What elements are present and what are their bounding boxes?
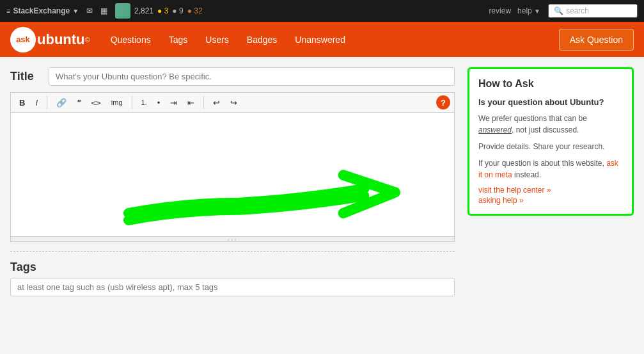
- image-button[interactable]: img: [107, 96, 127, 109]
- se-logo-text: StackExchange: [13, 6, 70, 15]
- tags-input[interactable]: [10, 278, 455, 296]
- logo-name: ubuntu: [37, 31, 85, 48]
- link-button[interactable]: 🔗: [52, 96, 71, 109]
- site-logo[interactable]: ask ubuntu ©: [10, 27, 90, 52]
- sidebar-question: Is your question about Ubuntu?: [478, 96, 623, 109]
- silver-badge: ● 9: [172, 6, 183, 15]
- title-input[interactable]: [49, 67, 455, 86]
- toolbar-separator-2: [132, 96, 132, 109]
- review-link[interactable]: review: [489, 6, 511, 15]
- topbar: ≡ StackExchange ▼ ✉ ▦ 2,821 ● 3 ● 9 ● 32…: [0, 0, 644, 22]
- blockquote-button[interactable]: ": [72, 96, 85, 109]
- editor-toolbar: B I 🔗 " <> img 1. • ⇥ ⇤ ↩ ↪ ?: [10, 92, 455, 112]
- toolbar-separator-1: [47, 96, 47, 109]
- stackexchange-logo[interactable]: ≡ StackExchange ▼: [6, 6, 79, 15]
- green-arrow-annotation: [11, 113, 454, 237]
- ask-question-button[interactable]: Ask Question: [559, 29, 634, 51]
- para1-italic: answered: [478, 125, 512, 134]
- sidebar-para2: Provide details. Share your research.: [478, 141, 623, 152]
- italic-button[interactable]: I: [31, 96, 42, 109]
- sidebar-para1: We prefer questions that can be answered…: [478, 113, 623, 136]
- search-box[interactable]: 🔍 search: [548, 4, 638, 18]
- how-to-ask-box: How to Ask Is your question about Ubuntu…: [467, 67, 634, 216]
- text-format-group: B I: [15, 96, 42, 109]
- site-header: ask ubuntu © Questions Tags Users Badges…: [0, 22, 644, 57]
- inbox-icon[interactable]: ✉: [86, 6, 93, 15]
- form-area: Title B I 🔗 " <> img 1. • ⇥ ⇤: [10, 67, 455, 296]
- gold-badge: ● 3: [157, 6, 168, 15]
- nav-badges[interactable]: Badges: [239, 31, 285, 49]
- list-group: 1. • ⇥ ⇤: [137, 96, 200, 109]
- ol-button[interactable]: 1.: [137, 96, 152, 109]
- search-placeholder: search: [566, 6, 589, 15]
- dashed-separator: [10, 251, 455, 252]
- tags-section: Tags: [10, 261, 455, 296]
- editor-resize-handle[interactable]: [10, 237, 455, 242]
- achievements-icon[interactable]: ▦: [100, 6, 107, 15]
- sidebar: How to Ask Is your question about Ubuntu…: [467, 67, 634, 296]
- editor-help-button[interactable]: ?: [436, 95, 450, 109]
- how-to-ask-title: How to Ask: [478, 78, 623, 90]
- nav-questions[interactable]: Questions: [103, 31, 159, 49]
- main-container: Title B I 🔗 " <> img 1. • ⇥ ⇤: [0, 67, 644, 296]
- bold-button[interactable]: B: [15, 96, 29, 109]
- indent-button[interactable]: ⇥: [166, 96, 182, 109]
- redo-button[interactable]: ↪: [226, 96, 242, 109]
- help-center-link[interactable]: visit the help center »: [478, 186, 623, 195]
- logo-circle: ask: [10, 27, 36, 52]
- title-row: Title: [10, 67, 455, 86]
- asking-help-link[interactable]: asking help »: [478, 196, 623, 205]
- outdent-button[interactable]: ⇤: [183, 96, 199, 109]
- topbar-nav: review help ▼: [489, 6, 540, 15]
- history-group: ↩ ↪: [208, 96, 242, 109]
- link-format-group: 🔗 " <> img: [52, 96, 127, 109]
- user-rep: 2,821: [134, 6, 153, 15]
- toolbar-separator-3: [203, 96, 204, 109]
- ul-button[interactable]: •: [153, 96, 165, 109]
- bronze-badge: ● 32: [187, 6, 203, 15]
- help-link[interactable]: help ▼: [517, 6, 540, 15]
- site-nav: Questions Tags Users Badges Unanswered: [103, 31, 559, 49]
- user-info: 2,821 ● 3 ● 9 ● 32: [115, 3, 203, 19]
- undo-button[interactable]: ↩: [208, 96, 224, 109]
- title-label: Title: [10, 70, 42, 83]
- logo-super: ©: [85, 36, 90, 44]
- nav-tags[interactable]: Tags: [161, 31, 196, 49]
- nav-unanswered[interactable]: Unanswered: [287, 31, 353, 49]
- nav-users[interactable]: Users: [198, 31, 237, 49]
- editor-body[interactable]: [10, 112, 455, 237]
- sidebar-para3: If your question is about this website, …: [478, 157, 623, 181]
- sidebar-links: visit the help center » asking help »: [478, 186, 623, 205]
- se-logo-arrow: ▼: [72, 8, 79, 15]
- avatar: [115, 3, 130, 19]
- search-icon: 🔍: [554, 6, 563, 15]
- code-button[interactable]: <>: [86, 96, 106, 109]
- tags-label: Tags: [10, 261, 455, 274]
